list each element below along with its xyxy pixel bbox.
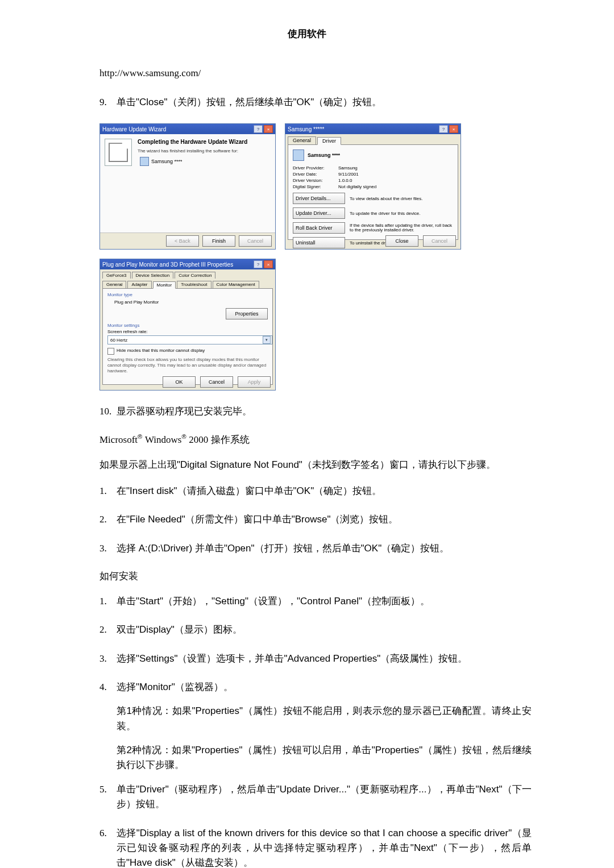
- step-row: 2. 双击"Display"（显示）图标。: [99, 622, 532, 637]
- tab-adapter[interactable]: Adapter: [127, 281, 151, 288]
- step-number: 1.: [99, 594, 117, 609]
- screenshot-figures: Hardware Update Wizard ? × Completing th…: [99, 123, 532, 391]
- howto-heading: 如何安装: [99, 570, 532, 583]
- hide-modes-checkbox[interactable]: [107, 348, 114, 355]
- hide-modes-desc: Clearing this check box allows you to se…: [107, 357, 268, 373]
- step-text: 选择"Display a list of the known drivers f…: [117, 826, 532, 869]
- step-row: 1. 单击"Start"（开始），"Setting"（设置），"Control …: [99, 594, 532, 609]
- group-monitor-type: Monitor type: [107, 292, 268, 297]
- tab-color-management[interactable]: Color Management: [213, 281, 259, 288]
- window-title: Samsung *****: [288, 126, 324, 132]
- kv-value: 1.0.0.0: [338, 178, 352, 183]
- wizard-heading: Completing the Hardware Update Wizard: [138, 139, 271, 145]
- step-number: 4.: [99, 680, 117, 773]
- step-row: 3. 选择"Settings"（设置）选项卡，并单击"Advanced Prop…: [99, 651, 532, 666]
- group-monitor-settings: Monitor settings: [107, 323, 268, 328]
- step-number: 3.: [99, 541, 117, 556]
- step-row: 10. 显示器驱动程序现已安装完毕。: [99, 404, 532, 419]
- url-text: http://www.samsung.com/: [99, 68, 532, 79]
- monitor-icon: [293, 149, 304, 161]
- step-number: 6.: [99, 826, 117, 869]
- tab-monitor[interactable]: Monitor: [153, 281, 176, 289]
- close-icon[interactable]: ×: [449, 125, 458, 133]
- step-number: 1.: [99, 484, 117, 499]
- ok-button[interactable]: OK: [163, 376, 196, 388]
- close-button[interactable]: Close: [385, 235, 418, 247]
- step-row: 9. 单击"Close"（关闭）按钮，然后继续单击"OK"（确定）按钮。: [99, 95, 532, 110]
- driver-heading: Samsung ****: [308, 152, 340, 158]
- update-driver-button[interactable]: Update Driver...: [293, 207, 345, 219]
- step-text: 单击"Start"（开始），"Setting"（设置），"Control Pan…: [117, 594, 532, 609]
- step-row: 3. 选择 A:(D:\Driver) 并单击"Open"（打开）按钮，然后单击…: [99, 541, 532, 556]
- button-desc: To update the driver for this device.: [350, 211, 421, 216]
- cancel-button: Cancel: [423, 235, 456, 247]
- step-row: 1. 在"Insert disk"（请插入磁盘）窗口中单击"OK"（确定）按钮。: [99, 484, 532, 499]
- wizard-window: Hardware Update Wizard ? × Completing th…: [99, 123, 276, 250]
- step-text: 选择"Settings"（设置）选项卡，并单击"Advanced Propert…: [117, 651, 532, 666]
- tab-general[interactable]: General: [102, 281, 126, 288]
- apply-button: Apply: [238, 376, 271, 388]
- monitor-properties-window: Plug and Play Monitor and 3D Prophet III…: [99, 259, 276, 391]
- rollback-driver-button[interactable]: Roll Back Driver: [293, 222, 345, 234]
- uninstall-button[interactable]: Uninstall: [293, 237, 345, 248]
- step-text: 单击"Close"（关闭）按钮，然后继续单击"OK"（确定）按钮。: [117, 95, 532, 110]
- tab-geforce3[interactable]: GeForce3: [102, 272, 131, 279]
- step-text: 单击"Driver"（驱动程序），然后单击"Update Driver..."（…: [117, 782, 532, 812]
- case-text: 第1种情况：如果"Properties"（属性）按钮不能启用，则表示您的显示器已…: [117, 704, 532, 734]
- kv-label: Driver Date:: [293, 172, 338, 177]
- driver-name: Samsung ****: [151, 159, 182, 164]
- monitor-name: Plug and Play Monitor: [107, 298, 268, 308]
- help-icon[interactable]: ?: [439, 125, 448, 133]
- titlebar: Hardware Update Wizard ? ×: [100, 124, 275, 134]
- step-text: 选择"Monitor"（监视器）。: [117, 680, 532, 695]
- step-row: 5. 单击"Driver"（驱动程序），然后单击"Update Driver..…: [99, 782, 532, 812]
- kv-label: Driver Version:: [293, 178, 338, 183]
- step-number: 9.: [99, 95, 117, 110]
- titlebar: Plug and Play Monitor and 3D Prophet III…: [100, 259, 275, 269]
- step-number: 2.: [99, 622, 117, 637]
- step-row: 2. 在"File Needed"（所需文件）窗口中单击"Browse"（浏览）…: [99, 512, 532, 527]
- button-desc: If the device fails after updating the d…: [350, 223, 453, 234]
- close-icon[interactable]: ×: [264, 260, 273, 268]
- step-text: 双击"Display"（显示）图标。: [117, 622, 532, 637]
- kv-value: 9/11/2001: [338, 172, 359, 177]
- step-number: 3.: [99, 651, 117, 666]
- tab-color-correction[interactable]: Color Correction: [175, 272, 215, 279]
- window-title: Plug and Play Monitor and 3D Prophet III…: [102, 261, 233, 268]
- refresh-label: Screen refresh rate:: [107, 329, 268, 334]
- step-number: 10.: [99, 404, 117, 419]
- kv-label: Digital Signer:: [293, 184, 338, 189]
- step-text: 选择 A:(D:\Driver) 并单击"Open"（打开）按钮，然后单击"OK…: [117, 541, 532, 556]
- window-title: Hardware Update Wizard: [102, 126, 166, 132]
- help-icon[interactable]: ?: [254, 125, 263, 133]
- help-icon[interactable]: ?: [254, 260, 263, 268]
- properties-button[interactable]: Properties: [226, 308, 268, 319]
- tab-troubleshoot[interactable]: Troubleshoot: [177, 281, 211, 288]
- tab-device-selection[interactable]: Device Selection: [132, 272, 174, 279]
- button-desc: To view details about the driver files.: [350, 196, 423, 201]
- finish-button[interactable]: Finish: [202, 235, 235, 247]
- step-number: 2.: [99, 512, 117, 527]
- refresh-rate-select[interactable]: 60 Hertz ▾: [107, 335, 272, 344]
- monitor-icon: [140, 157, 149, 166]
- step-text: 在"File Needed"（所需文件）窗口中单击"Browse"（浏览）按钮。: [117, 512, 532, 527]
- driver-details-button[interactable]: Driver Details...: [293, 193, 345, 204]
- back-button: < Back: [166, 235, 199, 247]
- chevron-down-icon: ▾: [263, 336, 271, 344]
- hide-modes-label: Hide modes that this monitor cannot disp…: [117, 348, 205, 355]
- tab-driver[interactable]: Driver: [317, 137, 341, 145]
- step-row: 6. 选择"Display a list of the known driver…: [99, 826, 532, 869]
- kv-value: Not digitally signed: [338, 184, 376, 189]
- os-heading: Microsoft® Windows® 2000 操作系统: [99, 433, 532, 446]
- wizard-graphic-icon: [105, 139, 132, 166]
- tab-general[interactable]: General: [288, 136, 316, 144]
- paragraph: 如果显示器上出现"Digital Signature Not Found"（未找…: [99, 458, 532, 472]
- step-text: 在"Insert disk"（请插入磁盘）窗口中单击"OK"（确定）按钮。: [117, 484, 532, 499]
- cancel-button[interactable]: Cancel: [200, 376, 233, 388]
- case-text: 第2种情况：如果"Properties"（属性）按钮可以启用，单击"Proper…: [117, 743, 532, 773]
- step-number: 5.: [99, 782, 117, 812]
- step-text: 显示器驱动程序现已安装完毕。: [117, 404, 532, 419]
- close-icon[interactable]: ×: [264, 125, 273, 133]
- titlebar: Samsung ***** ? ×: [285, 124, 460, 134]
- kv-label: Driver Provider:: [293, 165, 338, 171]
